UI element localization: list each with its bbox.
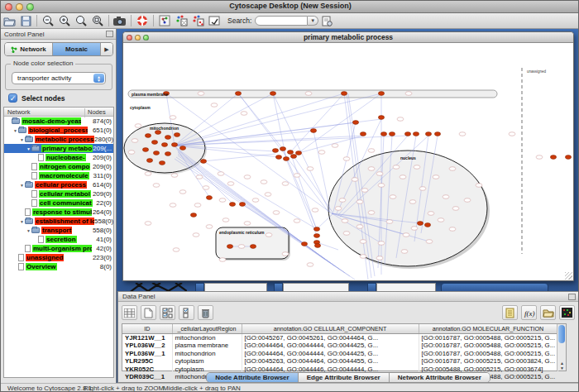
node-small[interactable] bbox=[219, 258, 226, 262]
node-small[interactable] bbox=[376, 256, 383, 261]
tree-row[interactable]: ▼transport558(0) bbox=[4, 226, 113, 235]
node-selected-orange[interactable] bbox=[378, 92, 384, 96]
node-small[interactable] bbox=[194, 203, 201, 208]
node-small[interactable] bbox=[352, 178, 358, 182]
table-scrollbar-thumb[interactable] bbox=[558, 325, 565, 343]
tree-row[interactable]: secretion41(0) bbox=[4, 235, 113, 244]
delete-attribute-icon[interactable] bbox=[198, 305, 213, 320]
node-small[interactable] bbox=[411, 227, 418, 231]
node-small[interactable] bbox=[312, 208, 318, 213]
table-cell[interactable]: [GO:0044464, GO:0044444, GO:0044425, G..… bbox=[242, 350, 419, 358]
node-small[interactable] bbox=[294, 219, 300, 223]
node-small[interactable] bbox=[343, 232, 350, 236]
node-small[interactable] bbox=[360, 255, 366, 259]
tree-row[interactable]: nitrogen compo209(0) bbox=[4, 162, 113, 171]
table-row[interactable]: YJR121W__1mitochondrion[GO:0045267, GO:0… bbox=[122, 334, 557, 342]
node-selected-orange[interactable] bbox=[352, 121, 358, 125]
node-color-attribute-select[interactable]: transporter activity ▲▼ bbox=[12, 72, 106, 84]
node-selected-orange[interactable] bbox=[425, 132, 431, 136]
node-selected-orange[interactable] bbox=[313, 234, 319, 238]
node-selected-orange[interactable] bbox=[206, 196, 212, 200]
node-selected-orange[interactable] bbox=[179, 146, 185, 151]
node-small[interactable] bbox=[145, 172, 151, 176]
node-selected-orange[interactable] bbox=[417, 222, 423, 226]
node-selected-orange[interactable] bbox=[275, 155, 281, 160]
tree-row[interactable]: cell communicat22(0) bbox=[4, 198, 113, 208]
float-data-panel-icon[interactable] bbox=[568, 294, 576, 300]
node-selected-orange[interactable] bbox=[200, 160, 206, 164]
node-small[interactable] bbox=[261, 180, 267, 184]
attribute-table-icon[interactable] bbox=[122, 305, 137, 320]
tree-row[interactable]: ▼metabolic process280(0) bbox=[4, 135, 113, 144]
tree-row[interactable]: unassigned223(0) bbox=[4, 253, 113, 262]
table-cell[interactable]: [GO:0045267, GO:0045261, GO:0044464, G..… bbox=[242, 334, 419, 342]
node-small[interactable] bbox=[426, 240, 433, 244]
node-selected-orange[interactable] bbox=[550, 155, 556, 160]
node-small[interactable] bbox=[238, 245, 245, 249]
node-small[interactable] bbox=[378, 184, 385, 188]
node-selected-orange[interactable] bbox=[229, 203, 235, 207]
table-cell[interactable]: plasma membrane bbox=[172, 342, 242, 350]
node-selected-orange[interactable] bbox=[283, 157, 289, 161]
node-small[interactable] bbox=[378, 241, 385, 246]
network-view-icon[interactable] bbox=[156, 14, 173, 28]
node-small[interactable] bbox=[332, 144, 338, 148]
node-small[interactable] bbox=[305, 92, 312, 96]
node-selected-orange[interactable] bbox=[250, 245, 256, 249]
window-resize-grip[interactable] bbox=[565, 272, 572, 280]
table-row[interactable]: YPL036W__2plasma membrane[GO:0044464, GO… bbox=[122, 342, 557, 350]
node-small[interactable] bbox=[368, 149, 375, 153]
table-cell[interactable]: [GO:0016787, GO:0005488, GO:0005215, G..… bbox=[419, 334, 557, 342]
node-small[interactable] bbox=[132, 139, 138, 143]
table-cell[interactable]: [GO:0044464, GO:0044444, GO:0044425, G..… bbox=[242, 342, 419, 350]
node-small[interactable] bbox=[433, 175, 439, 179]
node-small[interactable] bbox=[128, 151, 135, 155]
node-selected-orange[interactable] bbox=[287, 151, 293, 155]
network-view-window[interactable]: primary metabolic process plasma membran… bbox=[122, 31, 574, 281]
node-selected-orange[interactable] bbox=[171, 143, 177, 147]
node-small[interactable] bbox=[318, 151, 325, 155]
tree-row[interactable]: nucleobase-209(0) bbox=[4, 153, 113, 162]
node-small[interactable] bbox=[153, 184, 160, 188]
node-small[interactable] bbox=[196, 175, 203, 179]
network-tree-header[interactable]: Network Nodes bbox=[4, 108, 113, 117]
tree-expander-icon[interactable]: ▼ bbox=[19, 183, 25, 188]
node-small[interactable] bbox=[223, 218, 229, 222]
node-small[interactable] bbox=[368, 211, 375, 215]
float-panel-icon[interactable] bbox=[106, 31, 113, 37]
tree-row[interactable]: response to stimul264(0) bbox=[4, 208, 113, 217]
node-selected-orange[interactable] bbox=[280, 147, 285, 151]
table-cell[interactable]: YPL036W__1 bbox=[122, 350, 172, 358]
node-small[interactable] bbox=[171, 174, 178, 178]
node-selected-orange[interactable] bbox=[159, 161, 165, 165]
matrix-icon[interactable] bbox=[559, 305, 575, 320]
node-small[interactable] bbox=[170, 203, 176, 208]
table-scrollbar-arrows[interactable]: ▲▼ bbox=[557, 361, 567, 370]
zoom-out-icon[interactable] bbox=[40, 14, 56, 28]
node-small[interactable] bbox=[282, 252, 289, 256]
open-folder-icon[interactable] bbox=[540, 305, 556, 320]
node-selected-orange[interactable] bbox=[145, 134, 151, 138]
select-nodes-checkbox[interactable]: ✓ bbox=[8, 93, 17, 103]
node-small[interactable] bbox=[219, 198, 226, 203]
table-row[interactable]: YPL036W__1mitochondrion[GO:0044464, GO:0… bbox=[122, 350, 557, 358]
node-small[interactable] bbox=[443, 195, 449, 199]
node-small[interactable] bbox=[211, 103, 218, 108]
node-small[interactable] bbox=[390, 195, 396, 199]
tree-row[interactable]: ▼biological_process651(0) bbox=[4, 126, 113, 135]
node-selected-orange[interactable] bbox=[155, 131, 160, 135]
attribute-table-header-row[interactable]: ID_cellularLayoutRegionannotation.GO CEL… bbox=[122, 324, 557, 334]
node-small[interactable] bbox=[307, 263, 313, 267]
table-column-header[interactable]: annotation.GO CELLULAR_COMPONENT bbox=[242, 324, 419, 334]
node-selected-orange[interactable] bbox=[270, 92, 275, 96]
formula-icon[interactable]: f(x) bbox=[521, 305, 537, 320]
node-small[interactable] bbox=[294, 174, 300, 178]
node-small[interactable] bbox=[403, 233, 409, 237]
node-small[interactable] bbox=[438, 218, 444, 222]
node-selected-orange[interactable] bbox=[341, 92, 347, 96]
node-small[interactable] bbox=[265, 193, 271, 197]
tree-expander-icon[interactable]: ▼ bbox=[19, 219, 25, 224]
node-small[interactable] bbox=[244, 175, 251, 179]
table-cell[interactable]: mitochondrion bbox=[172, 334, 242, 342]
network-window-titlebar[interactable]: primary metabolic process bbox=[123, 32, 573, 43]
